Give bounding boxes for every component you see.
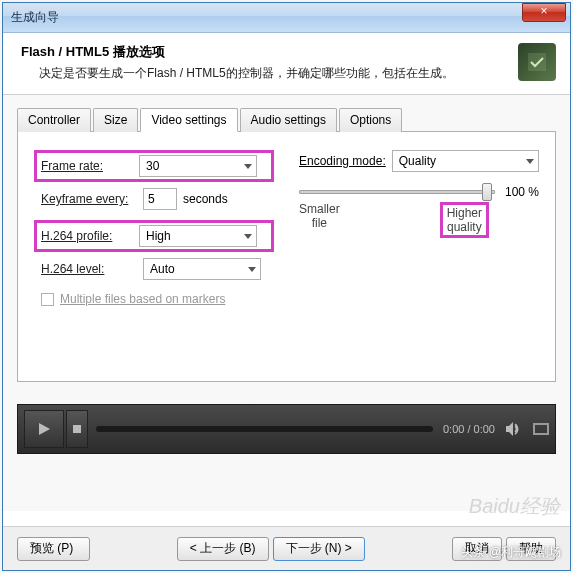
encoding-value: Quality	[399, 154, 436, 168]
stop-icon	[73, 425, 81, 433]
keyframe-input[interactable]: 5	[143, 188, 177, 210]
chevron-down-icon	[526, 159, 534, 164]
chevron-down-icon	[244, 164, 252, 169]
multi-files-label: Multiple files based on markers	[60, 292, 225, 306]
cancel-button[interactable]: 取消	[452, 537, 502, 561]
volume-icon	[505, 421, 525, 437]
content: Controller Size Video settings Audio set…	[3, 95, 570, 511]
play-button[interactable]	[24, 410, 64, 448]
tabs: Controller Size Video settings Audio set…	[17, 107, 556, 132]
dialog-window: 生成向导 × Flash / HTML5 播放选项 决定是否要生成一个Flash…	[2, 2, 571, 571]
flash-icon	[518, 43, 556, 81]
level-dropdown[interactable]: Auto	[143, 258, 261, 280]
footer: 预览 (P) < 上一步 (B) 下一步 (N) > 取消 帮助	[3, 526, 570, 570]
multi-files-row: Multiple files based on markers	[41, 292, 294, 306]
window-title: 生成向导	[11, 9, 59, 26]
close-icon: ×	[540, 4, 547, 18]
next-button[interactable]: 下一步 (N) >	[273, 537, 365, 561]
highlight-frame-rate: Frame rate: 30	[34, 150, 274, 182]
chevron-down-icon	[248, 267, 256, 272]
tab-controller[interactable]: Controller	[17, 108, 91, 132]
profile-dropdown[interactable]: High	[139, 225, 257, 247]
stop-button[interactable]	[66, 410, 88, 448]
quality-slider[interactable]	[299, 190, 495, 194]
tab-body: Frame rate: 30 Keyframe every: 5 seconds…	[17, 132, 556, 382]
frame-rate-label: Frame rate:	[41, 159, 139, 173]
video-player: 0:00 / 0:00	[17, 404, 556, 454]
volume-control[interactable]	[505, 421, 525, 437]
watermark: Baidu经验	[469, 493, 560, 520]
encoding-label: Encoding mode:	[299, 154, 386, 168]
profile-value: High	[146, 229, 171, 243]
chevron-down-icon	[244, 234, 252, 239]
encoding-dropdown[interactable]: Quality	[392, 150, 539, 172]
play-icon	[36, 421, 52, 437]
fullscreen-button[interactable]	[533, 423, 549, 435]
highlight-profile: H.264 profile: High	[34, 220, 274, 252]
titlebar: 生成向导 ×	[3, 3, 570, 33]
keyframe-value: 5	[148, 192, 155, 206]
keyframe-row: Keyframe every: 5 seconds	[41, 188, 294, 210]
quality-percent: 100 %	[505, 185, 539, 199]
header-left: Flash / HTML5 播放选项 决定是否要生成一个Flash / HTML…	[21, 43, 518, 82]
slider-labels: Smaller file Higher quality	[299, 202, 489, 238]
level-row: H.264 level: Auto	[41, 258, 294, 280]
keyframe-unit: seconds	[183, 192, 228, 206]
level-label: H.264 level:	[41, 262, 143, 276]
multi-files-checkbox[interactable]	[41, 293, 54, 306]
time-display: 0:00 / 0:00	[443, 423, 495, 435]
tab-size[interactable]: Size	[93, 108, 138, 132]
header-title: Flash / HTML5 播放选项	[21, 43, 518, 61]
keyframe-label: Keyframe every:	[41, 192, 143, 206]
nav-button-group: < 上一步 (B) 下一步 (N) >	[177, 537, 365, 561]
preview-button[interactable]: 预览 (P)	[17, 537, 90, 561]
action-button-group: 取消 帮助	[452, 537, 556, 561]
frame-rate-value: 30	[146, 159, 159, 173]
progress-bar[interactable]	[96, 426, 433, 432]
tab-audio-settings[interactable]: Audio settings	[240, 108, 337, 132]
header: Flash / HTML5 播放选项 决定是否要生成一个Flash / HTML…	[3, 33, 570, 95]
tab-video-settings[interactable]: Video settings	[140, 108, 237, 132]
tab-options[interactable]: Options	[339, 108, 402, 132]
level-value: Auto	[150, 262, 175, 276]
help-button[interactable]: 帮助	[506, 537, 556, 561]
slider-thumb[interactable]	[482, 183, 492, 201]
close-button[interactable]: ×	[522, 3, 566, 22]
smaller-file-label: Smaller file	[299, 202, 340, 238]
left-column: Frame rate: 30 Keyframe every: 5 seconds…	[34, 150, 294, 306]
header-desc: 决定是否要生成一个Flash / HTML5的控制器，并确定哪些功能，包括在生成…	[21, 65, 518, 82]
profile-label: H.264 profile:	[41, 229, 139, 243]
encoding-row: Encoding mode: Quality	[299, 150, 539, 172]
quality-slider-row: 100 %	[299, 182, 539, 202]
right-column: Encoding mode: Quality 100 % Sma	[299, 150, 539, 238]
prev-button[interactable]: < 上一步 (B)	[177, 537, 269, 561]
highlight-higher-quality: Higher quality	[440, 202, 489, 238]
frame-rate-dropdown[interactable]: 30	[139, 155, 257, 177]
